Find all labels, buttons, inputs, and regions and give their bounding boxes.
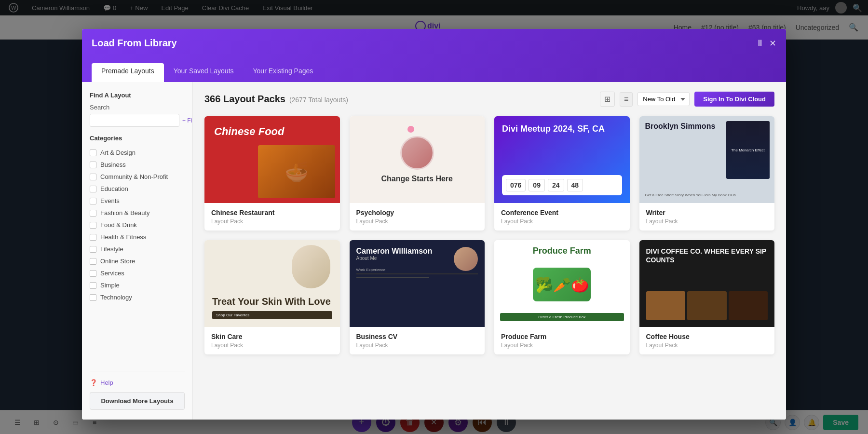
download-layouts-button[interactable]: Download More Layouts (90, 392, 185, 410)
modal-body: Find A Layout Search + Filter Categories… (82, 82, 786, 420)
thumb-avatar-cv (454, 247, 478, 271)
category-checkbox-lifestyle[interactable] (90, 246, 96, 253)
layout-card-psychology[interactable]: Change Starts Here Psychology Layout Pac… (350, 116, 485, 231)
main-content: 366 Layout Packs (2677 Total layouts) ⊞ … (193, 82, 786, 420)
category-item-simple[interactable]: Simple (90, 279, 185, 291)
category-checkbox-community[interactable] (90, 174, 96, 180)
category-label-food-drink: Food & Drink (100, 221, 137, 229)
categories-list: Art & DesignBusinessCommunity & Non-Prof… (90, 147, 185, 303)
category-item-art-design[interactable]: Art & Design (90, 147, 185, 159)
category-checkbox-services[interactable] (90, 270, 96, 277)
category-label-online-store: Online Store (100, 258, 135, 265)
tab-existing-pages[interactable]: Your Existing Pages (244, 63, 323, 82)
layout-card-type-psychology: Layout Pack (356, 218, 478, 225)
filter-button[interactable]: + Filter (182, 117, 193, 124)
category-checkbox-health-fitness[interactable] (90, 234, 96, 241)
sort-select[interactable]: New To Old Old To New A to Z Z to A (637, 92, 690, 106)
layout-card-produce-farm[interactable]: Produce Farm 🥦🥕🍅 Order a Fresh Produce B… (494, 240, 630, 354)
category-item-events[interactable]: Events (90, 195, 185, 207)
layout-card-type-coffee-house: Layout Pack (646, 342, 768, 349)
total-layouts-count: (2677 Total layouts) (289, 96, 348, 104)
category-checkbox-technology[interactable] (90, 294, 96, 301)
thumb-product-skincare (292, 245, 330, 288)
layout-card-type-conference-event: Layout Pack (501, 218, 623, 225)
layout-card-info-conference-event: Conference Event Layout Pack (494, 203, 630, 231)
layout-card-type-skin-care: Layout Pack (211, 342, 333, 349)
category-item-health-fitness[interactable]: Health & Fitness (90, 231, 185, 243)
category-item-technology[interactable]: Technology (90, 291, 185, 303)
search-input[interactable] (90, 114, 179, 127)
category-label-business: Business (100, 161, 126, 168)
category-checkbox-fashion-beauty[interactable] (90, 210, 96, 217)
layout-card-type-writer: Layout Pack (646, 218, 768, 225)
layout-card-image-produce-farm: Produce Farm 🥦🥕🍅 Order a Fresh Produce B… (494, 240, 630, 327)
category-label-fashion-beauty: Fashion & Beauty (100, 209, 150, 217)
modal-overlay: Load From Library ⏸ ✕ Premade Layouts Yo… (0, 0, 868, 434)
thumb-title-chinese: Chinese Food (214, 126, 284, 137)
layout-card-image-psychology: Change Starts Here (350, 116, 485, 203)
modal-tabs: Premade Layouts Your Saved Layouts Your … (92, 63, 776, 82)
layout-card-name-chinese-restaurant: Chinese Restaurant (211, 209, 333, 217)
category-checkbox-business[interactable] (90, 162, 96, 168)
thumb-veg-farm: 🥦🥕🍅 (533, 268, 591, 301)
layout-card-business-cv[interactable]: Cameron Williamson About Me Work Experie… (350, 240, 485, 354)
category-checkbox-events[interactable] (90, 198, 96, 204)
layout-card-info-writer: Writer Layout Pack (639, 203, 775, 231)
layout-card-name-coffee-house: Coffee House (646, 333, 768, 340)
category-checkbox-online-store[interactable] (90, 258, 96, 265)
category-item-community[interactable]: Community & Non-Profit (90, 171, 185, 183)
modal-close-button[interactable]: ✕ (769, 38, 776, 49)
category-item-business[interactable]: Business (90, 159, 185, 171)
category-checkbox-art-design[interactable] (90, 149, 96, 156)
layout-card-skin-care[interactable]: Treat Your Skin With Love Shop Our Favor… (204, 240, 340, 354)
category-label-simple: Simple (100, 282, 120, 289)
thumb-image-chinese: 🍜 (258, 145, 335, 198)
layout-card-info-skin-care: Skin Care Layout Pack (204, 327, 340, 354)
thumb-logo-farm: Produce Farm (533, 246, 591, 256)
layout-card-conference-event[interactable]: Divi Meetup 2024, SF, CA 076 09 24 48 Co… (494, 116, 630, 231)
category-checkbox-education[interactable] (90, 186, 96, 192)
category-label-technology: Technology (100, 294, 132, 301)
thumb-title-conference: Divi Meetup 2024, SF, CA (502, 124, 622, 134)
sign-in-divi-cloud-button[interactable]: Sign In To Divi Cloud (694, 92, 774, 107)
help-link[interactable]: ❓ Help (90, 379, 185, 386)
layout-card-name-psychology: Psychology (356, 209, 478, 217)
category-label-services: Services (100, 270, 124, 277)
category-item-online-store[interactable]: Online Store (90, 255, 185, 267)
thumb-title-skincare: Treat Your Skin With Love (212, 296, 332, 307)
layout-card-info-coffee-house: Coffee House Layout Pack (639, 327, 775, 354)
thumb-cta-writer: Get a Free Short Story When You Join My … (645, 193, 769, 197)
thumb-line2-cv (356, 277, 430, 278)
category-label-community: Community & Non-Profit (100, 173, 168, 180)
layout-grid: Chinese Food 🍜 Chinese Restaurant Layout… (204, 116, 774, 354)
layout-card-chinese-restaurant[interactable]: Chinese Food 🍜 Chinese Restaurant Layout… (204, 116, 340, 231)
search-label: Search (90, 104, 185, 111)
category-checkbox-food-drink[interactable] (90, 222, 96, 229)
sidebar-title: Find A Layout (90, 92, 185, 99)
category-checkbox-simple[interactable] (90, 282, 96, 289)
list-view-button[interactable]: ≡ (620, 92, 633, 107)
layout-count-title: 366 Layout Packs (204, 94, 285, 105)
category-item-food-drink[interactable]: Food & Drink (90, 219, 185, 231)
help-icon: ❓ (90, 379, 97, 386)
category-item-lifestyle[interactable]: Lifestyle (90, 243, 185, 255)
layout-card-name-skin-care: Skin Care (211, 333, 333, 340)
category-item-services[interactable]: Services (90, 267, 185, 279)
category-item-education[interactable]: Education (90, 183, 185, 195)
layout-card-info-chinese-restaurant: Chinese Restaurant Layout Pack (204, 203, 340, 231)
modal-pause-button[interactable]: ⏸ (756, 38, 764, 49)
layout-card-image-chinese-restaurant: Chinese Food 🍜 (204, 116, 340, 203)
layout-card-type-produce-farm: Layout Pack (501, 342, 623, 349)
layout-card-image-coffee-house: DIVI COFFEE CO. WHERE EVERY SIP COUNTS (639, 240, 775, 327)
tab-saved-layouts[interactable]: Your Saved Layouts (164, 63, 244, 82)
category-item-fashion-beauty[interactable]: Fashion & Beauty (90, 207, 185, 219)
sidebar-footer: ❓ Help Download More Layouts (90, 371, 185, 410)
categories-title: Categories (90, 135, 185, 142)
thumb-title-psychology: Change Starts Here (381, 175, 453, 183)
layout-card-writer[interactable]: Brooklyn Simmons The Monarch Effect Get … (639, 116, 775, 231)
layout-card-coffee-house[interactable]: DIVI COFFEE CO. WHERE EVERY SIP COUNTS C… (639, 240, 775, 354)
tab-premade-layouts[interactable]: Premade Layouts (92, 63, 164, 82)
grid-view-button[interactable]: ⊞ (600, 92, 615, 107)
layout-card-type-business-cv: Layout Pack (356, 342, 478, 349)
layout-card-image-skin-care: Treat Your Skin With Love Shop Our Favor… (204, 240, 340, 327)
